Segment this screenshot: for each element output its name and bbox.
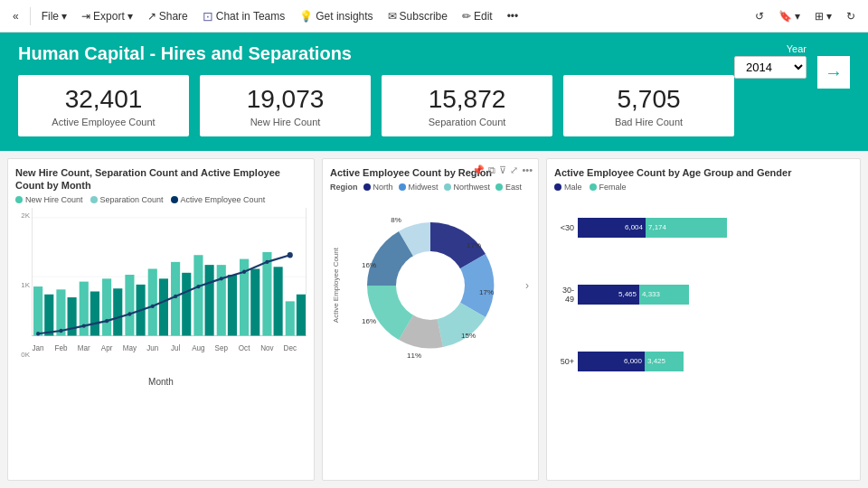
svg-point-31 <box>59 329 62 333</box>
svg-rect-23 <box>159 279 168 336</box>
year-select[interactable]: 2014 2015 2013 <box>734 56 807 79</box>
legend-dot-midwest <box>399 183 406 191</box>
svg-text:Dec: Dec <box>284 343 297 352</box>
svg-text:Jul: Jul <box>171 343 180 352</box>
main-content: Human Capital - Hires and Separations 32… <box>0 33 868 488</box>
hbar-bars-50plus: 6,000 3,425 <box>578 352 853 371</box>
file-chevron-icon: ▾ <box>61 10 67 23</box>
legend-newhire: New Hire Count <box>15 195 83 204</box>
subscribe-icon: ✉ <box>388 10 397 23</box>
svg-point-41 <box>288 252 293 258</box>
undo-button[interactable]: ↺ <box>750 6 769 26</box>
chart2-expand-arrow[interactable]: › <box>525 279 529 292</box>
hbar-group-3049: 30-49 5,465 4,333 <box>554 285 853 305</box>
kpi-label-badhire: Bad Hire Count <box>578 117 720 127</box>
more-button[interactable]: ••• <box>502 6 524 26</box>
svg-rect-29 <box>297 295 306 336</box>
svg-text:Nov: Nov <box>260 343 274 352</box>
chart3-panel: Active Employee Count by Age Group and G… <box>546 158 861 481</box>
hbar-group-lt30: <30 6,004 7,174 <box>554 218 853 238</box>
view-button[interactable]: ⊞ ▾ <box>809 6 837 26</box>
svg-text:Jun: Jun <box>146 343 158 352</box>
kpi-cards: 32,401 Active Employee Count 19,073 New … <box>18 75 734 136</box>
kpi-label-newhire: New Hire Count <box>214 117 356 127</box>
legend-label-midwest: Midwest <box>409 183 439 192</box>
svg-rect-7 <box>56 290 65 336</box>
edit-icon: ✏ <box>462 10 471 23</box>
insights-label: Get insights <box>316 10 373 23</box>
donut-area: 17% 17% 15% 11% 16% 16% 8% Active Employ… <box>330 195 531 376</box>
kpi-card-newhire: 19,073 New Hire Count <box>200 75 371 136</box>
svg-point-36 <box>174 295 177 298</box>
bookmark-icon: 🔖 <box>778 10 792 23</box>
svg-point-39 <box>242 270 246 274</box>
edit-button[interactable]: ✏ Edit <box>457 6 498 26</box>
back-button[interactable]: « <box>7 6 24 26</box>
svg-point-57 <box>396 251 465 320</box>
view-chevron-icon: ▾ <box>826 10 832 23</box>
legend-active-emp: Active Employee Count <box>171 195 266 204</box>
header-row: Human Capital - Hires and Separations 32… <box>18 43 850 136</box>
view-icon: ⊞ <box>815 10 824 23</box>
kpi-value-newhire: 19,073 <box>214 84 356 115</box>
legend-dot-newhire <box>15 196 23 203</box>
svg-text:17%: 17% <box>479 288 494 296</box>
legend-female: Female <box>590 183 627 192</box>
header-banner: Human Capital - Hires and Separations 32… <box>0 33 868 151</box>
svg-rect-20 <box>90 292 99 336</box>
legend-label-newhire: New Hire Count <box>25 195 83 204</box>
chat-teams-button[interactable]: ⊡ Chat in Teams <box>197 5 290 27</box>
pin-icon[interactable]: 📌 <box>472 164 485 176</box>
chart1-plot: Jan Feb Mar Apr May Jun Jul Aug Sep Oct … <box>32 208 307 375</box>
export-menu[interactable]: ⇥ Export ▾ <box>76 6 138 26</box>
svg-rect-16 <box>262 252 271 336</box>
legend-label-north: North <box>373 183 393 192</box>
refresh-icon: ↻ <box>846 10 855 23</box>
export-icon: ⇥ <box>81 10 90 23</box>
kpi-label-active: Active Employee Count <box>33 117 175 127</box>
insights-button[interactable]: 💡 Get insights <box>294 6 378 26</box>
hbar-male-value-50plus: 6,000 <box>578 352 645 371</box>
hbar-row-50plus: 6,000 3,425 <box>578 352 853 371</box>
back-icon: « <box>13 10 19 23</box>
svg-rect-13 <box>193 255 203 335</box>
more-options-icon[interactable]: ••• <box>522 164 533 176</box>
svg-rect-24 <box>182 273 191 336</box>
svg-rect-12 <box>171 262 180 336</box>
legend-dot-male <box>554 183 561 191</box>
svg-text:May: May <box>123 343 137 352</box>
subscribe-button[interactable]: ✉ Subscribe <box>382 6 453 26</box>
chart3-title: Active Employee Count by Age Group and G… <box>554 166 853 179</box>
hbar-bars-lt30: 6,004 7,174 <box>578 218 853 238</box>
chart2-panel: 📌 ⧉ ⊽ ⤢ ••• Active Employee Count by Reg… <box>322 158 539 481</box>
svg-text:Mar: Mar <box>78 343 90 352</box>
filter-icon[interactable]: ⊽ <box>499 164 506 176</box>
legend-label-northwest: Northwest <box>454 183 491 192</box>
svg-text:Jan: Jan <box>33 343 44 352</box>
region-label: Region <box>330 183 358 192</box>
hbar-female-value-3049: 4,333 <box>639 285 689 305</box>
svg-text:Apr: Apr <box>101 343 113 352</box>
kpi-value-active: 32,401 <box>33 84 175 115</box>
chart3-legend: Male Female <box>554 183 853 192</box>
hbar-bars-3049: 5,465 4,333 <box>578 285 853 305</box>
subscribe-label: Subscribe <box>400 10 448 23</box>
page-title: Human Capital - Hires and Separations <box>18 43 734 64</box>
refresh-button[interactable]: ↻ <box>841 6 861 26</box>
next-page-button[interactable]: → <box>817 56 850 89</box>
legend-label-male: Male <box>564 183 582 192</box>
chart2-legend: Region North Midwest Northwest East <box>330 183 531 192</box>
share-button[interactable]: ↗ Share <box>142 6 193 26</box>
file-menu[interactable]: File ▾ <box>36 6 72 26</box>
insights-icon: 💡 <box>299 10 313 23</box>
hbar-chart: <30 6,004 7,174 30-49 <box>554 195 853 394</box>
copy-icon[interactable]: ⧉ <box>488 164 495 176</box>
expand-icon[interactable]: ⤢ <box>510 164 518 176</box>
bookmark-button[interactable]: 🔖 ▾ <box>773 6 806 26</box>
hbar-female-value-50plus: 3,425 <box>645 352 684 371</box>
svg-rect-18 <box>44 295 53 336</box>
svg-point-32 <box>82 324 86 328</box>
svg-text:16%: 16% <box>362 317 376 325</box>
chart2-toolbar: 📌 ⧉ ⊽ ⤢ ••• <box>472 164 533 176</box>
hbar-row-3049: 5,465 4,333 <box>578 285 853 305</box>
